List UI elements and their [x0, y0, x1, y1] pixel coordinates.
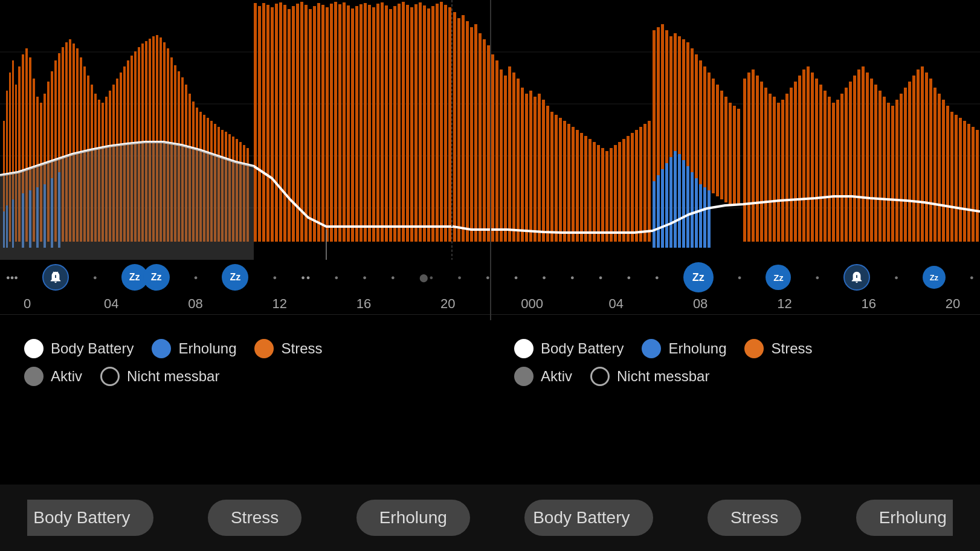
svg-rect-215: [760, 82, 763, 242]
tab-erholung-left[interactable]: Erholung: [356, 500, 470, 536]
alarm-icon-2: [843, 264, 870, 291]
svg-rect-247: [895, 100, 898, 242]
legend-dot-blue-right: [642, 339, 661, 358]
sleep-icon-4: Zz: [683, 262, 714, 292]
svg-rect-155: [563, 121, 566, 242]
svg-rect-180: [669, 157, 672, 248]
svg-rect-208: [729, 103, 732, 205]
bottom-tabs: Body Battery Stress Erholung Body Batter…: [0, 485, 980, 551]
legend-label-aktiv-right: Aktiv: [541, 368, 572, 385]
svg-rect-150: [542, 100, 545, 242]
svg-rect-191: [657, 27, 660, 175]
svg-rect-160: [584, 136, 587, 242]
svg-rect-260: [950, 112, 953, 242]
time-label-04a: 04: [93, 296, 129, 312]
svg-rect-252: [917, 69, 920, 242]
svg-rect-146: [525, 94, 528, 242]
svg-rect-165: [605, 151, 608, 242]
legend-label-stress-left: Stress: [281, 340, 322, 357]
legend-label-aktiv-left: Aktiv: [51, 368, 82, 385]
svg-rect-130: [457, 18, 460, 242]
svg-rect-128: [448, 7, 451, 242]
svg-rect-168: [618, 142, 621, 242]
legend-dot-gray-left: [24, 367, 44, 386]
legend-label-erholung-right: Erholung: [668, 340, 726, 357]
svg-rect-124: [431, 6, 434, 242]
svg-rect-174: [643, 124, 646, 242]
svg-rect-114: [389, 9, 392, 242]
legend-label-nicht-messbar-right: Nicht messbar: [617, 368, 709, 385]
svg-rect-154: [559, 118, 562, 242]
svg-rect-243: [878, 91, 882, 242]
svg-rect-226: [807, 66, 810, 242]
svg-rect-118: [406, 5, 409, 242]
legend-dot-orange-right: [744, 339, 764, 358]
svg-rect-201: [699, 60, 702, 184]
svg-rect-207: [724, 97, 727, 202]
legend-dot-gray-right: [514, 367, 534, 386]
svg-rect-142: [508, 66, 511, 242]
svg-rect-126: [440, 2, 443, 242]
svg-rect-103: [343, 2, 346, 242]
tab-stress-left[interactable]: Stress: [208, 500, 301, 536]
svg-rect-205: [716, 85, 719, 196]
svg-rect-159: [580, 133, 583, 242]
svg-rect-177: [657, 175, 660, 248]
svg-rect-188: [703, 187, 706, 248]
svg-rect-210: [737, 109, 740, 205]
svg-rect-167: [614, 145, 617, 242]
svg-rect-109: [368, 5, 371, 242]
time-label-000: 000: [514, 296, 550, 312]
svg-rect-202: [703, 66, 706, 187]
svg-rect-173: [639, 127, 642, 242]
svg-rect-227: [811, 72, 814, 242]
svg-rect-264: [967, 124, 970, 242]
svg-rect-98: [321, 5, 324, 242]
svg-rect-119: [410, 7, 413, 242]
legend-label-nicht-messbar-left: Nicht messbar: [127, 368, 219, 385]
svg-rect-134: [474, 24, 477, 242]
svg-rect-192: [661, 24, 664, 169]
tab-erholung-right[interactable]: Erholung: [856, 500, 953, 536]
svg-rect-234: [840, 94, 843, 242]
svg-rect-145: [521, 88, 524, 242]
tab-body-battery-left[interactable]: Body Battery: [27, 500, 153, 536]
svg-rect-102: [338, 4, 341, 242]
svg-rect-224: [798, 76, 801, 242]
time-label-20b: 20: [935, 296, 971, 312]
legend-dot-white-right: [514, 339, 534, 358]
legend-item-stress-left: Stress: [254, 339, 322, 358]
svg-rect-149: [538, 94, 541, 242]
svg-rect-125: [436, 4, 439, 242]
legend-dot-outline-left: [100, 367, 120, 386]
svg-rect-108: [364, 3, 367, 242]
tab-stress-right[interactable]: Stress: [708, 500, 801, 536]
svg-rect-99: [326, 7, 329, 242]
svg-rect-195: [674, 33, 677, 151]
svg-rect-193: [665, 30, 668, 163]
svg-rect-213: [752, 69, 755, 242]
legend-row-1-right: Body Battery Erholung Stress: [514, 339, 956, 358]
time-label-08b: 08: [682, 296, 718, 312]
svg-rect-144: [517, 79, 520, 242]
svg-rect-135: [479, 33, 482, 242]
svg-rect-214: [756, 76, 759, 242]
svg-rect-241: [870, 79, 873, 242]
svg-rect-110: [372, 7, 375, 242]
tab-body-battery-right[interactable]: Body Battery: [524, 500, 653, 536]
svg-rect-156: [567, 124, 570, 242]
svg-rect-120: [414, 4, 417, 242]
svg-rect-82: [254, 3, 257, 242]
vertical-divider: [490, 0, 491, 320]
svg-rect-90: [288, 9, 291, 242]
svg-rect-253: [921, 66, 924, 242]
legend-item-stress-right: Stress: [744, 339, 812, 358]
svg-rect-184: [686, 166, 689, 248]
svg-rect-217: [769, 94, 772, 242]
svg-rect-106: [355, 6, 358, 242]
legend-dot-outline-right: [590, 367, 610, 386]
sleep-icon-5: Zz: [766, 265, 791, 290]
svg-rect-162: [593, 142, 596, 242]
svg-rect-255: [929, 79, 932, 242]
svg-rect-101: [334, 2, 337, 242]
